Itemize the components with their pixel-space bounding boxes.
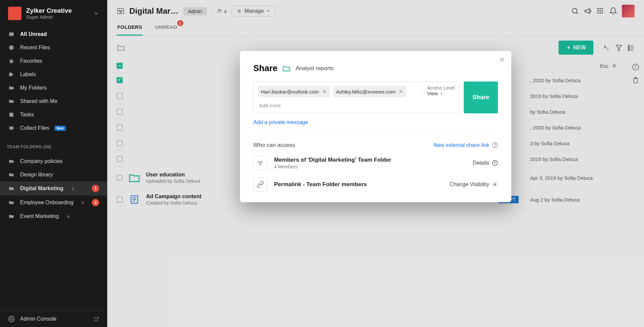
caret-down-icon: [440, 92, 443, 95]
tag-icon: [8, 71, 15, 78]
file-meta: 2019 by Sofia Deluca: [530, 93, 617, 99]
chevron-down-icon: [93, 10, 99, 16]
folder-design-library[interactable]: Design library: [0, 168, 107, 181]
svg-rect-24: [599, 10, 601, 11]
recipient-chip: Hari.baskar@outlook.com✕: [258, 86, 330, 97]
folder-digital-marketing[interactable]: Digital Marketing1: [0, 181, 107, 196]
tab-unread[interactable]: UNREAD1: [154, 21, 178, 36]
file-meta: Aug 2 by Sofia Deluca: [530, 197, 617, 203]
new-badge: New: [55, 126, 66, 131]
filter-icon[interactable]: [615, 44, 623, 51]
admin-console-link[interactable]: Admin Console: [0, 311, 107, 327]
svg-rect-27: [599, 12, 601, 14]
nav-favorites[interactable]: Favorites: [0, 54, 107, 68]
nav-recent-files[interactable]: Recent Files: [0, 41, 107, 54]
row-checkbox[interactable]: [117, 93, 123, 99]
nav-collect-files[interactable]: Collect FilesNew: [0, 121, 107, 135]
folder-outline-icon[interactable]: [117, 43, 125, 52]
svg-point-48: [635, 65, 636, 66]
nav-labels[interactable]: Labels: [0, 68, 107, 81]
topbar: Digital Mar… Admin 4 Manage: [107, 0, 644, 21]
svg-marker-33: [616, 45, 622, 51]
apps-icon[interactable]: [596, 7, 604, 15]
row-checkbox[interactable]: [117, 197, 123, 203]
tab-folders[interactable]: FOLDERS: [117, 21, 143, 36]
svg-point-8: [11, 318, 12, 320]
link-icon: [253, 177, 267, 192]
remove-chip[interactable]: ✕: [399, 89, 403, 95]
inbox-icon: [8, 125, 15, 131]
external-link-icon: [94, 316, 99, 322]
access-level-dropdown[interactable]: Access Level View: [423, 85, 454, 97]
nav-label: Tasks: [20, 112, 34, 118]
info-icon[interactable]: [632, 63, 639, 71]
recipients-input[interactable]: Hari.baskar@outlook.com✕ Ashley.Mikz@xnn…: [253, 81, 459, 113]
people-icon: [216, 8, 222, 14]
folder-icon: [8, 158, 15, 165]
file-meta: Apr 3, 2019 by Sofia Deluca: [530, 175, 617, 181]
nav-label: Recent Files: [20, 45, 50, 51]
nav-label: Shared with Me: [20, 98, 57, 104]
svg-rect-38: [628, 50, 630, 51]
add-private-message[interactable]: Add a private message: [253, 119, 498, 125]
file-meta: 3 by Sofia Deluca: [530, 141, 617, 146]
svg-marker-2: [9, 59, 14, 64]
svg-rect-10: [118, 8, 124, 14]
sort-az-icon[interactable]: AZ: [603, 44, 610, 51]
row-checkbox[interactable]: [117, 77, 123, 83]
nav-all-unread[interactable]: All Unread: [0, 28, 107, 41]
folder-event-marketing[interactable]: Event Marketing: [0, 210, 107, 223]
workspace-switcher[interactable]: Zylker Creative Super Admin: [0, 0, 107, 25]
folder-green-icon: [129, 173, 140, 183]
manage-button[interactable]: Manage: [232, 6, 276, 16]
details-button[interactable]: Details: [473, 160, 498, 166]
folder-company-policies[interactable]: Company policies: [0, 155, 107, 168]
esc-close[interactable]: Esc: [600, 63, 617, 69]
svg-rect-28: [602, 12, 603, 14]
page-title: Digital Mar…: [129, 6, 179, 16]
access-item-sub: 4 Members: [274, 164, 391, 169]
row-checkbox[interactable]: [117, 140, 123, 146]
main: Digital Mar… Admin 4 Manage FOLDERS UNRE…: [107, 0, 644, 327]
divider: [211, 7, 212, 15]
row-checkbox[interactable]: [117, 175, 123, 181]
team-folder-icon: [117, 7, 125, 15]
nav-label: Labels: [20, 71, 36, 77]
nav-label: All Unread: [20, 31, 47, 37]
folder-employee-onboarding[interactable]: Employee Onboarding3: [0, 196, 107, 210]
share-modal: Share Analyst reports Hari.baskar@outloo…: [240, 51, 511, 202]
unread-count-badge: 3: [92, 199, 99, 206]
svg-point-61: [495, 162, 495, 162]
member-count[interactable]: 4: [216, 8, 227, 14]
new-button[interactable]: NEW: [559, 41, 593, 55]
row-checkbox[interactable]: [117, 156, 123, 162]
view-list-icon[interactable]: [627, 44, 635, 51]
row-checkbox[interactable]: [117, 124, 123, 130]
folder-icon: [8, 213, 15, 220]
announce-icon[interactable]: [584, 7, 592, 15]
select-all-checkbox[interactable]: [117, 63, 123, 69]
close-button[interactable]: [499, 56, 505, 63]
bell-icon[interactable]: [609, 7, 617, 15]
tabs: FOLDERS UNREAD1: [107, 21, 644, 36]
clipboard-icon[interactable]: [632, 77, 639, 84]
nav-my-folders[interactable]: My Folders: [0, 81, 107, 95]
remove-chip[interactable]: ✕: [322, 89, 327, 95]
add-more-placeholder[interactable]: Add more: [258, 100, 455, 109]
user-avatar[interactable]: [622, 5, 635, 17]
row-checkbox[interactable]: [117, 109, 123, 115]
nav-tasks[interactable]: Tasks: [0, 108, 107, 121]
svg-rect-3: [9, 113, 13, 117]
svg-point-18: [572, 8, 577, 13]
close-icon: [611, 63, 617, 69]
lock-icon: [66, 214, 70, 218]
share-button[interactable]: Share: [464, 81, 498, 113]
sidebar: Zylker Creative Super Admin All Unread R…: [0, 0, 107, 327]
new-external-share-link[interactable]: New external share link: [434, 142, 498, 148]
gear-icon: [492, 181, 498, 187]
nav-shared[interactable]: Shared with Me: [0, 95, 107, 108]
change-visibility-button[interactable]: Change Visibility: [450, 181, 498, 187]
search-icon[interactable]: [571, 7, 579, 15]
svg-rect-22: [602, 8, 603, 9]
nav-label: Employee Onboarding: [20, 200, 73, 206]
